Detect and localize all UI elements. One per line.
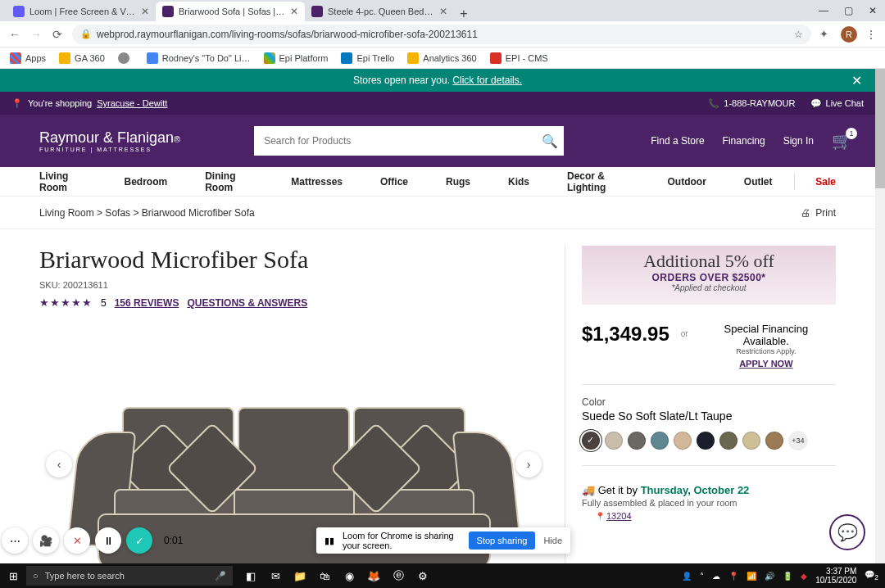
tab-close-icon[interactable]: ✕ <box>290 6 298 17</box>
zip-link[interactable]: 13204 <box>606 511 632 521</box>
banner-close-icon[interactable]: ✕ <box>851 73 862 88</box>
swatch[interactable] <box>742 432 760 450</box>
bookmark-item[interactable]: Analytics 360 <box>407 52 476 64</box>
swatch[interactable] <box>674 432 692 450</box>
promo-box[interactable]: Additional 5% off ORDERS OVER $2500* *Ap… <box>582 246 836 305</box>
reviews-link[interactable]: 156 REVIEWS <box>115 297 179 309</box>
print-button[interactable]: 🖨Print <box>801 207 836 219</box>
settings-icon[interactable]: ⚙ <box>411 563 434 588</box>
nav-mattresses[interactable]: Mattresses <box>291 176 343 188</box>
wifi-icon[interactable]: 📶 <box>747 572 756 581</box>
profile-avatar[interactable]: R <box>841 26 857 43</box>
taskbar-clock[interactable]: 3:37 PM 10/15/2020 <box>815 567 856 585</box>
cortana-icon: ○ <box>33 571 39 581</box>
battery-icon[interactable]: 🔋 <box>783 572 792 581</box>
browser-menu-icon[interactable]: ⋮ <box>865 28 877 41</box>
minimize-icon[interactable]: — <box>811 0 836 21</box>
store-location[interactable]: 📍 You're shopping Syracuse - Dewitt <box>11 98 167 109</box>
close-window-icon[interactable]: ✕ <box>860 0 885 21</box>
new-tab-button[interactable]: + <box>454 7 474 21</box>
task-view-icon[interactable]: ◧ <box>239 563 262 588</box>
nav-living-room[interactable]: Living Room <box>39 170 87 193</box>
hide-toast-button[interactable]: Hide <box>543 536 562 545</box>
loom-camera-icon[interactable]: 🎥 <box>33 527 59 554</box>
store-icon[interactable]: 🛍 <box>313 563 336 588</box>
loom-finish-button[interactable]: ✓ <box>126 527 152 554</box>
swatch[interactable] <box>765 432 783 450</box>
bookmark-item[interactable]: Rodney's "To Do" Li… <box>147 52 251 64</box>
browser-tab-active[interactable]: Briarwood Sofa | Sofas | Raymou ✕ <box>156 2 305 21</box>
firefox-icon[interactable]: 🦊 <box>362 563 385 588</box>
address-bar[interactable]: 🔒 webprod.raymourflanigan.com/living-roo… <box>72 25 811 44</box>
qa-link[interactable]: QUESTIONS & ANSWERS <box>187 297 307 309</box>
taskbar-search[interactable]: ○ Type here to search 🎤 <box>26 566 233 586</box>
reload-icon[interactable]: ⟳ <box>51 28 64 41</box>
nav-outlet[interactable]: Outlet <box>744 176 773 188</box>
nav-kids[interactable]: Kids <box>508 176 529 188</box>
onedrive-icon[interactable]: ☁ <box>712 572 720 581</box>
back-icon[interactable]: ← <box>8 28 21 41</box>
site-logo[interactable]: Raymour & Flanigan® FURNITURE | MATTRESS… <box>39 130 180 152</box>
search-icon: 🔍 <box>542 133 558 149</box>
nav-outdoor[interactable]: Outdoor <box>668 176 706 188</box>
extensions-icon[interactable]: ✦ <box>819 28 833 40</box>
bookmark-star-icon[interactable]: ☆ <box>794 29 803 40</box>
edge-icon[interactable]: ⓔ <box>387 563 410 588</box>
more-colors-button[interactable]: +34 <box>788 431 808 450</box>
bookmark-item[interactable]: GA 360 <box>59 52 105 64</box>
find-store-link[interactable]: Find a Store <box>651 135 704 147</box>
mic-icon[interactable]: 🎤 <box>215 571 226 581</box>
loom-more-icon[interactable]: ⋯ <box>2 527 28 554</box>
loom-controls: ⋯ 🎥 ✕ ⏸ ✓ 0:01 <box>2 527 189 554</box>
swatch[interactable] <box>719 432 738 450</box>
nav-decor[interactable]: Decor & Lighting <box>567 170 630 193</box>
tray-app-icon[interactable]: ◆ <box>801 572 807 581</box>
loom-pause-button[interactable]: ⏸ <box>95 527 121 554</box>
swatch[interactable] <box>651 432 669 450</box>
notifications-icon[interactable]: 💬2 <box>865 570 878 581</box>
browser-tab[interactable]: Steele 4-pc. Queen Bedroom Set ✕ <box>305 2 454 21</box>
apply-now-link[interactable]: APPLY NOW <box>739 359 792 369</box>
live-chat-link[interactable]: 💬Live Chat <box>810 98 864 109</box>
financing-link[interactable]: Financing <box>723 135 765 147</box>
bookmark-item[interactable] <box>118 52 134 64</box>
swatch[interactable] <box>628 432 646 450</box>
nav-bedroom[interactable]: Bedroom <box>125 176 168 188</box>
loom-cancel-button[interactable]: ✕ <box>64 527 90 554</box>
location-icon[interactable]: 📍 <box>728 572 738 581</box>
tab-close-icon[interactable]: ✕ <box>141 6 149 17</box>
nav-sale[interactable]: Sale <box>815 176 836 188</box>
chrome-icon[interactable]: ◉ <box>338 563 361 588</box>
nav-dining-room[interactable]: Dining Room <box>205 170 253 193</box>
bookmark-item[interactable]: Epi Trello <box>341 52 394 64</box>
volume-icon[interactable]: 🔊 <box>765 572 774 581</box>
scrollbar-track[interactable] <box>875 69 885 563</box>
sign-in-link[interactable]: Sign In <box>783 135 814 147</box>
mail-icon[interactable]: ✉ <box>264 563 287 588</box>
bookmark-item[interactable]: Apps <box>10 52 46 64</box>
cart-button[interactable]: 🛒1 <box>832 131 852 151</box>
swatch[interactable] <box>582 432 600 450</box>
bookmark-item[interactable]: Epi Platform <box>264 52 329 64</box>
breadcrumb[interactable]: Living Room > Sofas > Briarwood Microfib… <box>39 207 255 219</box>
explorer-icon[interactable]: 📁 <box>288 563 311 588</box>
swatch[interactable] <box>605 432 623 450</box>
swatch[interactable] <box>697 432 715 450</box>
people-icon[interactable]: 👤 <box>682 572 692 581</box>
gallery-next-button[interactable]: › <box>515 451 542 477</box>
start-button[interactable]: ⊞ <box>0 570 26 582</box>
chevron-up-icon[interactable]: ˄ <box>700 572 704 581</box>
nav-rugs[interactable]: Rugs <box>446 176 470 188</box>
phone-link[interactable]: 📞1-888-RAYMOUR <box>708 98 795 109</box>
tab-close-icon[interactable]: ✕ <box>439 6 447 17</box>
maximize-icon[interactable]: ▢ <box>836 0 860 21</box>
scrollbar-thumb[interactable] <box>875 69 885 188</box>
nav-office[interactable]: Office <box>380 176 408 188</box>
bookmark-item[interactable]: EPI - CMS <box>490 52 548 64</box>
browser-tab[interactable]: Loom | Free Screen & Video Rec ✕ <box>7 2 156 21</box>
search-input[interactable] <box>254 126 534 156</box>
banner-link[interactable]: Click for details. <box>452 75 522 86</box>
stop-sharing-button[interactable]: Stop sharing <box>469 531 536 550</box>
search-button[interactable]: 🔍 <box>534 126 564 156</box>
chat-fab[interactable]: 💬 <box>829 514 865 550</box>
